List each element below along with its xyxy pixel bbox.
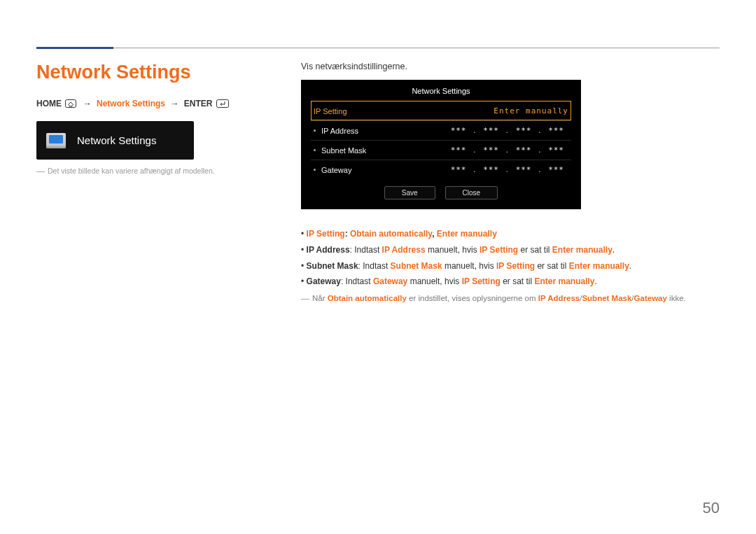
osd-value-gateway: ***.***.***.*** [447,165,568,174]
breadcrumb-arrow-1: → [83,99,92,108]
osd-value-ip-setting: Enter manually [493,106,568,115]
osd-value-ip-address: ***.***.***.*** [447,126,568,135]
breadcrumb-home: HOME [36,99,62,108]
breadcrumb-arrow-2: → [170,99,178,108]
top-rule-accent [36,47,113,49]
info-item-ip-setting: IP Setting: Obtain automatically, Enter … [301,226,720,242]
osd-row-ip-address[interactable]: IP Address ***.***.***.*** [311,120,571,140]
breadcrumb: HOME → Network Settings → ENTER [36,99,274,110]
menu-tile-network-settings: Network Settings [36,121,194,160]
breadcrumb-network-settings: Network Settings [97,99,165,108]
left-column: Network Settings HOME → Network Settings… [36,62,274,302]
osd-key-gateway: Gateway [314,166,351,174]
breadcrumb-enter: ENTER [184,99,213,108]
bullet-icon [314,129,316,132]
bullet-icon [314,149,316,151]
osd-key-subnet-mask: Subnet Mask [314,146,366,155]
left-footnote-text: Det viste billede kan variere afhængigt … [48,167,215,175]
close-button[interactable]: Close [445,186,498,199]
home-icon [65,99,76,110]
network-icon [46,133,66,148]
svg-rect-1 [216,100,228,108]
osd-buttons: Save Close [311,186,571,199]
osd-panel: Network Settings IP Setting Enter manual… [301,80,581,209]
osd-key-ip-setting: IP Setting [314,107,347,115]
osd-value-subnet-mask: ***.***.***.*** [447,146,568,155]
right-note: Når Obtain automatically er indstillet, … [301,294,720,302]
page-title: Network Settings [36,62,274,83]
footnote-dash-icon [36,171,45,172]
right-column: Vis netværksindstillingerne. Network Set… [301,62,720,302]
osd-title: Network Settings [311,87,571,95]
osd-key-ip-address: IP Address [314,127,358,135]
info-item-gateway: Gateway: Indtast Gateway manuelt, hvis I… [301,274,720,290]
right-description: Vis netværksindstillingerne. [301,62,720,71]
manual-page: Network Settings HOME → Network Settings… [0,0,756,534]
bullet-icon [314,169,316,171]
enter-icon [216,99,229,110]
info-item-ip-address: IP Address: Indtast IP Address manuelt, … [301,242,720,258]
info-list: IP Setting: Obtain automatically, Enter … [301,226,720,290]
note-dash-icon [301,299,309,300]
osd-row-ip-setting[interactable]: IP Setting Enter manually [311,101,571,120]
left-footnote: Det viste billede kan variere afhængigt … [36,167,274,175]
info-item-subnet-mask: Subnet Mask: Indtast Subnet Mask manuelt… [301,258,720,274]
menu-tile-label: Network Settings [77,134,156,146]
top-rule [36,48,720,48]
osd-row-subnet-mask[interactable]: Subnet Mask ***.***.***.*** [311,140,571,160]
osd-row-gateway[interactable]: Gateway ***.***.***.*** [311,160,571,179]
save-button[interactable]: Save [384,186,435,199]
page-number: 50 [703,499,720,517]
